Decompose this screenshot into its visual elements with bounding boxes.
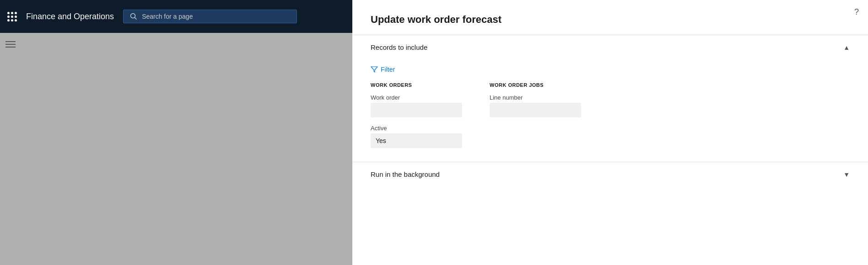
active-label: Active <box>371 125 462 132</box>
content-area <box>0 33 352 265</box>
search-icon <box>130 13 137 20</box>
filter-link[interactable]: Filter <box>352 59 868 78</box>
records-to-include-chevron: ▲ <box>843 44 850 51</box>
active-value[interactable]: Yes <box>371 133 462 148</box>
svg-line-1 <box>135 18 137 20</box>
top-bar: Finance and Operations Search for a page <box>0 0 352 33</box>
page-title: Update work order forecast <box>352 0 868 35</box>
fields-area: WORK ORDERS Work order Active Yes WORK O… <box>352 78 868 162</box>
help-icon[interactable]: ? <box>854 7 859 17</box>
work-orders-group: WORK ORDERS Work order Active Yes <box>371 82 462 148</box>
search-placeholder: Search for a page <box>142 13 193 20</box>
search-bar[interactable]: Search for a page <box>123 10 297 23</box>
records-to-include-header[interactable]: Records to include ▲ <box>352 35 868 59</box>
filter-label: Filter <box>381 66 395 73</box>
run-in-background-chevron: ▼ <box>843 171 850 178</box>
line-number-label: Line number <box>490 94 581 101</box>
right-panel: ? Update work order forecast Records to … <box>352 0 868 265</box>
filter-icon <box>371 66 378 73</box>
run-in-background-header[interactable]: Run in the background ▼ <box>352 162 868 186</box>
work-order-input[interactable] <box>371 103 462 117</box>
run-in-background-label: Run in the background <box>371 170 440 178</box>
work-order-jobs-title: WORK ORDER JOBS <box>490 82 581 88</box>
work-order-label: Work order <box>371 94 462 101</box>
left-panel: Finance and Operations Search for a page <box>0 0 352 265</box>
line-number-input[interactable] <box>490 103 581 117</box>
work-order-jobs-group: WORK ORDER JOBS Line number <box>490 82 581 148</box>
hamburger-menu[interactable] <box>5 41 16 48</box>
work-orders-title: WORK ORDERS <box>371 82 462 88</box>
svg-marker-2 <box>371 67 377 72</box>
records-to-include-label: Records to include <box>371 43 427 51</box>
app-title: Finance and Operations <box>26 12 114 21</box>
apps-grid-icon[interactable] <box>7 12 17 21</box>
